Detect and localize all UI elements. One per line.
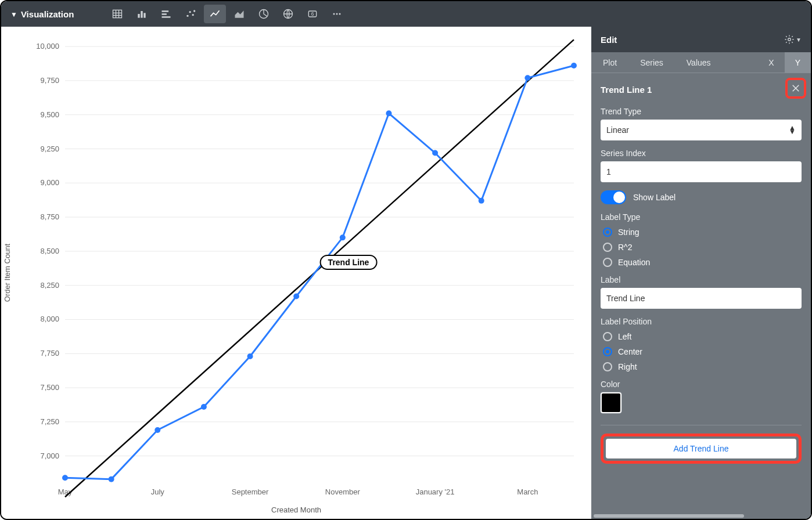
svg-point-63 (432, 150, 438, 156)
chevron-down-icon: ▼ (796, 37, 802, 43)
svg-rect-7 (144, 13, 146, 17)
tab-plot[interactable]: Plot (591, 52, 628, 73)
settings-gear-button[interactable]: ▼ (784, 34, 802, 45)
svg-text:January '21: January '21 (416, 488, 455, 496)
label-pos-left[interactable]: Left (603, 332, 802, 341)
svg-rect-9 (162, 13, 167, 15)
svg-text:6: 6 (311, 11, 314, 17)
line-chart-icon[interactable] (204, 5, 226, 23)
svg-rect-10 (162, 16, 171, 17)
label-field-heading: Label (601, 275, 802, 284)
horizontal-scrollbar[interactable] (591, 513, 811, 519)
svg-text:8,500: 8,500 (40, 247, 59, 255)
edit-title: Edit (601, 35, 617, 45)
chart-area: Order Item Count Created Month 7,0007,25… (1, 27, 591, 519)
label-type-radio-group: String R^2 Equation (601, 228, 802, 267)
svg-point-56 (109, 476, 114, 482)
svg-text:7,000: 7,000 (40, 452, 59, 460)
tab-values[interactable]: Values (675, 52, 723, 73)
svg-rect-8 (162, 10, 169, 12)
label-input[interactable] (601, 288, 802, 309)
svg-point-60 (293, 294, 299, 299)
svg-point-67 (788, 38, 791, 41)
svg-point-58 (201, 404, 207, 410)
edit-panel: Edit ▼ Plot Series Values X Y Trend Line… (591, 27, 811, 519)
label-position-radio-group: Left Center Right (601, 332, 802, 371)
label-pos-center[interactable]: Center (603, 347, 802, 356)
single-value-icon[interactable]: 6 (301, 5, 324, 23)
tab-y[interactable]: Y (785, 52, 811, 73)
trend-line-label-badge: Trend Line (320, 255, 378, 270)
toolbar-title-text: Visualization (21, 9, 74, 19)
svg-point-11 (187, 15, 189, 17)
svg-text:March: March (517, 488, 538, 496)
series-index-input[interactable] (601, 161, 802, 182)
svg-text:September: September (232, 488, 269, 496)
line-chart-svg: 7,0007,2507,5007,7508,0008,2508,5008,750… (1, 27, 591, 519)
close-icon (791, 83, 801, 93)
column-chart-icon[interactable] (131, 5, 153, 23)
svg-text:7,750: 7,750 (40, 349, 59, 358)
svg-point-61 (340, 234, 346, 240)
remove-trend-line-button[interactable] (785, 78, 806, 99)
svg-point-13 (192, 14, 194, 16)
svg-text:8,750: 8,750 (40, 212, 59, 221)
trend-type-label: Trend Type (601, 107, 802, 116)
label-type-r2[interactable]: R^2 (603, 243, 802, 252)
svg-point-62 (386, 110, 391, 116)
svg-rect-6 (141, 11, 143, 18)
svg-text:8,000: 8,000 (40, 315, 59, 323)
visualization-toolbar: ▼ Visualization 6 (1, 1, 811, 27)
color-heading: Color (601, 380, 802, 389)
label-pos-right[interactable]: Right (603, 362, 802, 371)
svg-point-59 (247, 353, 253, 359)
svg-text:7,500: 7,500 (40, 383, 59, 392)
scatter-icon[interactable] (179, 5, 202, 23)
color-swatch[interactable] (601, 392, 621, 413)
map-icon[interactable] (277, 5, 299, 23)
gear-icon (784, 34, 795, 45)
svg-point-19 (333, 13, 335, 15)
svg-point-21 (339, 13, 341, 15)
svg-point-14 (193, 10, 195, 12)
svg-text:10,000: 10,000 (36, 42, 59, 50)
svg-text:November: November (325, 488, 361, 496)
svg-text:7,250: 7,250 (40, 417, 59, 426)
show-label-toggle[interactable] (601, 190, 626, 204)
table-icon[interactable] (106, 5, 128, 23)
select-arrows-icon: ▲▼ (789, 126, 796, 134)
trend-type-select[interactable]: Linear ▲▼ (601, 120, 802, 140)
label-type-string[interactable]: String (603, 228, 802, 237)
label-type-heading: Label Type (601, 212, 802, 222)
edit-tabs: Plot Series Values X Y (591, 52, 811, 73)
tab-series[interactable]: Series (628, 52, 675, 73)
area-chart-icon[interactable] (228, 5, 250, 23)
svg-text:9,000: 9,000 (40, 178, 59, 187)
more-icon[interactable] (326, 5, 348, 23)
svg-point-57 (155, 427, 160, 433)
tab-x[interactable]: X (758, 52, 784, 73)
svg-text:9,250: 9,250 (40, 145, 59, 153)
pie-chart-icon[interactable] (253, 5, 275, 23)
svg-rect-5 (138, 14, 140, 18)
trend-line-section-title: Trend Line 1 (601, 85, 652, 95)
series-index-label: Series Index (601, 149, 802, 158)
visualization-title[interactable]: ▼ Visualization (6, 9, 78, 19)
svg-point-66 (571, 63, 577, 68)
svg-point-64 (479, 198, 484, 204)
add-trend-line-button[interactable]: Add Trend Line (606, 439, 796, 458)
svg-point-65 (524, 75, 530, 81)
svg-text:8,250: 8,250 (40, 281, 59, 290)
svg-text:9,750: 9,750 (40, 76, 59, 85)
add-trend-line-highlight: Add Trend Line (601, 434, 802, 464)
divider (601, 425, 802, 425)
caret-down-icon: ▼ (10, 10, 17, 19)
bar-chart-icon[interactable] (155, 5, 177, 23)
svg-point-20 (336, 13, 338, 15)
label-type-equation[interactable]: Equation (603, 258, 802, 267)
svg-point-55 (62, 475, 68, 481)
svg-text:July: July (151, 488, 165, 496)
svg-point-12 (189, 11, 191, 13)
edit-panel-header: Edit ▼ (591, 27, 811, 52)
label-position-heading: Label Position (601, 317, 802, 326)
